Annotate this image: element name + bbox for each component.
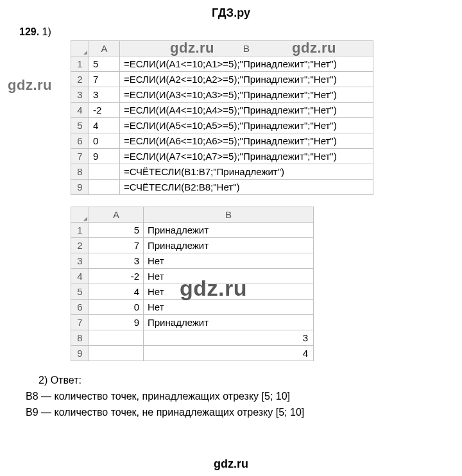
row-header[interactable]: 9 — [71, 180, 89, 195]
row-header[interactable]: 4 — [71, 103, 89, 118]
table-row: 94 — [71, 346, 314, 361]
cell-a[interactable]: 5 — [89, 223, 144, 238]
cell-b[interactable]: =ЕСЛИ(И(A4<=10;A4>=5);"Принадлежит";"Нет… — [120, 103, 373, 118]
select-all-corner[interactable] — [71, 207, 89, 223]
table-row: 9=СЧЁТЕСЛИ(B2:B8;"Нет") — [71, 180, 373, 195]
cell-b[interactable]: =СЧЁТЕСЛИ(B1:B7;"Принадлежит") — [120, 164, 373, 180]
task-number: 129. — [19, 26, 39, 37]
cell-b[interactable]: =СЧЁТЕСЛИ(B2:B8;"Нет") — [120, 180, 373, 195]
row-header[interactable]: 6 — [71, 133, 89, 149]
table-row: 33Нет — [71, 253, 314, 269]
table-row: 27=ЕСЛИ(И(A2<=10;A2>=5);"Принадлежит";"Н… — [71, 72, 373, 87]
table-row: 83 — [71, 330, 314, 346]
row-header[interactable]: 9 — [71, 346, 89, 361]
cell-a[interactable]: 0 — [89, 133, 120, 149]
cell-a[interactable]: 4 — [89, 284, 144, 300]
cell-b[interactable]: Нет — [144, 300, 314, 315]
cell-a[interactable]: 7 — [89, 72, 120, 87]
table-row: 4-2Нет — [71, 269, 314, 284]
cell-a[interactable]: 7 — [89, 238, 144, 253]
row-header[interactable]: 5 — [71, 284, 89, 300]
table-row: 15=ЕСЛИ(И(A1<=10;A1>=5);"Принадлежит";"Н… — [71, 56, 373, 72]
row-header[interactable]: 8 — [71, 330, 89, 346]
answer-line-b9: B9 — количество точек, не принадлежащих … — [26, 405, 449, 421]
cell-b[interactable]: 3 — [144, 330, 314, 346]
answer-line-b8: B8 — количество точек, принадлежащих отр… — [26, 389, 449, 405]
select-all-corner[interactable] — [71, 41, 89, 56]
cell-a[interactable]: 9 — [89, 315, 144, 330]
cell-b[interactable]: 4 — [144, 346, 314, 361]
table-row: 4-2=ЕСЛИ(И(A4<=10;A4>=5);"Принадлежит";"… — [71, 103, 373, 118]
row-header[interactable]: 1 — [71, 56, 89, 72]
row-header[interactable]: 8 — [71, 164, 89, 180]
cell-a[interactable]: 9 — [89, 149, 120, 164]
cell-a[interactable]: 5 — [89, 56, 120, 72]
watermark-text: gdz.ru — [8, 77, 52, 94]
row-header[interactable]: 3 — [71, 87, 89, 103]
cell-a[interactable]: 3 — [89, 87, 120, 103]
cell-a[interactable]: 0 — [89, 300, 144, 315]
cell-a[interactable] — [89, 180, 120, 195]
page-header: ГДЗ.ру — [13, 6, 449, 20]
row-header[interactable]: 5 — [71, 118, 89, 133]
table-row: 60Нет — [71, 300, 314, 315]
table-row: 15Принадлежит — [71, 223, 314, 238]
col-header-a[interactable]: A — [89, 41, 120, 56]
cell-b[interactable]: =ЕСЛИ(И(A5<=10;A5>=5);"Принадлежит";"Нет… — [120, 118, 373, 133]
cell-a[interactable]: 3 — [89, 253, 144, 269]
table-row: 8=СЧЁТЕСЛИ(B1:B7;"Принадлежит") — [71, 164, 373, 180]
cell-b[interactable]: Нет — [144, 284, 314, 300]
cell-a[interactable] — [89, 164, 120, 180]
cell-b[interactable]: =ЕСЛИ(И(A3<=10;A3>=5);"Принадлежит";"Нет… — [120, 87, 373, 103]
spreadsheet-results: A B 15Принадлежит27Принадлежит33Нет4-2Не… — [71, 207, 314, 361]
col-header-a[interactable]: A — [89, 207, 144, 223]
table-row: 54Нет — [71, 284, 314, 300]
cell-b[interactable]: Принадлежит — [144, 238, 314, 253]
row-header[interactable]: 7 — [71, 315, 89, 330]
table-row: 54=ЕСЛИ(И(A5<=10;A5>=5);"Принадлежит";"Н… — [71, 118, 373, 133]
row-header[interactable]: 1 — [71, 223, 89, 238]
table-row: 33=ЕСЛИ(И(A3<=10;A3>=5);"Принадлежит";"Н… — [71, 87, 373, 103]
answer-heading: 2) Ответ: — [26, 373, 449, 389]
row-header[interactable]: 7 — [71, 149, 89, 164]
spreadsheet-formulas: A B 15=ЕСЛИ(И(A1<=10;A1>=5);"Принадлежит… — [71, 40, 373, 195]
cell-a[interactable]: -2 — [89, 269, 144, 284]
col-header-b[interactable]: B — [144, 207, 314, 223]
task-heading: 129. 1) — [13, 26, 449, 38]
task-part1: 1) — [42, 26, 51, 37]
table-row: 27Принадлежит — [71, 238, 314, 253]
cell-b[interactable]: =ЕСЛИ(И(A7<=10;A7>=5);"Принадлежит";"Нет… — [120, 149, 373, 164]
cell-a[interactable] — [89, 346, 144, 361]
cell-b[interactable]: =ЕСЛИ(И(A1<=10;A1>=5);"Принадлежит";"Нет… — [120, 56, 373, 72]
cell-a[interactable]: 4 — [89, 118, 120, 133]
row-header[interactable]: 2 — [71, 72, 89, 87]
cell-b[interactable]: =ЕСЛИ(И(A2<=10;A2>=5);"Принадлежит";"Нет… — [120, 72, 373, 87]
cell-b[interactable]: =ЕСЛИ(И(A6<=10;A6>=5);"Принадлежит";"Нет… — [120, 133, 373, 149]
table-row: 79=ЕСЛИ(И(A7<=10;A7>=5);"Принадлежит";"Н… — [71, 149, 373, 164]
answer-block: 2) Ответ: B8 — количество точек, принадл… — [13, 373, 449, 420]
page-footer: gdz.ru — [0, 457, 462, 471]
cell-b[interactable]: Нет — [144, 269, 314, 284]
table-row: 79Принадлежит — [71, 315, 314, 330]
row-header[interactable]: 3 — [71, 253, 89, 269]
row-header[interactable]: 2 — [71, 238, 89, 253]
cell-b[interactable]: Нет — [144, 253, 314, 269]
cell-a[interactable] — [89, 330, 144, 346]
cell-a[interactable]: -2 — [89, 103, 120, 118]
row-header[interactable]: 6 — [71, 300, 89, 315]
row-header[interactable]: 4 — [71, 269, 89, 284]
cell-b[interactable]: Принадлежит — [144, 223, 314, 238]
col-header-b[interactable]: B — [120, 41, 373, 56]
cell-b[interactable]: Принадлежит — [144, 315, 314, 330]
table-row: 60=ЕСЛИ(И(A6<=10;A6>=5);"Принадлежит";"Н… — [71, 133, 373, 149]
